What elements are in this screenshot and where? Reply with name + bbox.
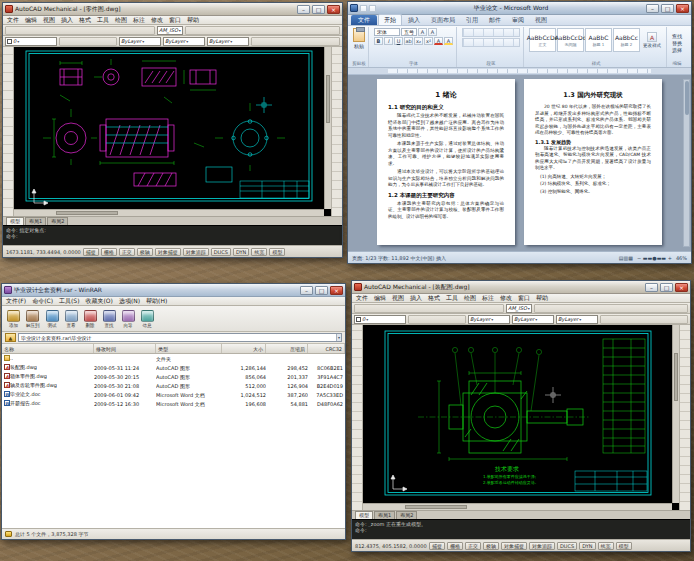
scrollbar-thumb[interactable]: [685, 81, 689, 115]
column-packed[interactable]: 压缩后: [266, 344, 308, 353]
status-toggle[interactable]: DYN: [579, 542, 595, 550]
draw-toolbar[interactable]: [3, 47, 14, 216]
save-icon[interactable]: [360, 5, 367, 12]
cad2-standard-toolbar[interactable]: AM_ISO▾: [352, 303, 690, 314]
tab-layout1[interactable]: 布局1: [25, 217, 46, 225]
toolbar-button[interactable]: 查看: [65, 310, 78, 328]
column-name[interactable]: 名称: [2, 344, 94, 353]
tab-model[interactable]: 模型: [355, 511, 373, 519]
layer-combo[interactable]: 0▾: [354, 315, 406, 324]
word-window[interactable]: 毕业论文 - Microsoft Word – □ × 文件开始插入页面布局引用…: [347, 1, 692, 264]
menu-item[interactable]: 插入: [61, 16, 73, 25]
close-button[interactable]: ×: [327, 5, 340, 14]
status-toggle[interactable]: 捕捉: [83, 248, 99, 256]
menu-item[interactable]: 帮助: [187, 16, 199, 25]
status-toggle[interactable]: 正交: [119, 248, 135, 256]
horizontal-scrollbar[interactable]: [14, 209, 324, 216]
maximize-button[interactable]: □: [660, 283, 673, 292]
paragraph-icons-row2[interactable]: [462, 38, 520, 47]
bold-button[interactable]: B: [374, 37, 383, 45]
toolbar-button[interactable]: 信息: [141, 310, 154, 328]
status-toggle[interactable]: 栅格: [101, 248, 117, 256]
winrar-titlebar[interactable]: 毕业设计全套资料.rar - WinRAR – □ ×: [2, 284, 345, 297]
page-2[interactable]: 1.3 国内外研究现状 20 世纪 80 年代以来，国外在该领域的研究取得了长足…: [524, 79, 662, 245]
layer-combo[interactable]: 0▾: [5, 37, 57, 46]
cad-window-bottom[interactable]: AutoCAD Mechanical - [装配图.dwg] – □ × 文件编…: [351, 280, 691, 552]
column-crc[interactable]: CRC32: [308, 344, 345, 353]
cad1-properties-toolbar[interactable]: 0▾ ByLayer▾ ByLayer▾ ByLayer▾: [3, 36, 342, 47]
status-toggle[interactable]: 模型: [616, 542, 632, 550]
cad2-drawing-canvas[interactable]: 技术要求 1.装配前所有零件应清洗干净; 2.装配后各运动件转动应灵活。: [363, 325, 679, 510]
minimize-button[interactable]: –: [645, 283, 658, 292]
ribbon-tab[interactable]: 邮件: [484, 15, 506, 25]
modify-toolbar[interactable]: [679, 325, 690, 510]
status-toggle[interactable]: 栅格: [447, 542, 463, 550]
up-folder-button[interactable]: ▲: [5, 333, 16, 342]
draw-toolbar[interactable]: [352, 325, 363, 510]
tab-layout1[interactable]: 布局1: [374, 511, 395, 519]
file-row[interactable]: .. 文件夹: [2, 354, 345, 363]
lineweight-combo[interactable]: ByLayer▾: [207, 37, 249, 46]
menu-item[interactable]: 工具(S): [59, 297, 80, 306]
status-toggle[interactable]: 捕捉: [429, 542, 445, 550]
ribbon-tab[interactable]: 引用: [461, 15, 483, 25]
style-cell[interactable]: AaBbCc 标题 2: [613, 28, 640, 52]
menu-item[interactable]: 文件: [356, 294, 368, 303]
menu-item[interactable]: 修改: [151, 16, 163, 25]
toolbar-icons[interactable]: [600, 315, 688, 324]
menu-item[interactable]: 窗口: [169, 16, 181, 25]
status-toggle[interactable]: 极轴: [137, 248, 153, 256]
column-date[interactable]: 修改时间: [94, 344, 156, 353]
menu-item[interactable]: 文件: [7, 16, 19, 25]
tab-layout2[interactable]: 布局2: [47, 217, 68, 225]
close-button[interactable]: ×: [675, 283, 688, 292]
editing-command[interactable]: 选择: [672, 47, 682, 53]
maximize-button[interactable]: □: [312, 5, 325, 14]
cad-window-top[interactable]: AutoCAD Mechanical - [零件图.dwg] – □ × 文件编…: [2, 2, 343, 258]
minimize-button[interactable]: –: [646, 4, 659, 13]
menu-item[interactable]: 格式: [79, 16, 91, 25]
toolbar-icons[interactable]: [251, 37, 340, 46]
cad1-drawing-canvas[interactable]: [14, 47, 331, 216]
ribbon-tab[interactable]: 插入: [403, 15, 425, 25]
toolbar-icons[interactable]: [534, 304, 688, 313]
maximize-button[interactable]: □: [315, 286, 328, 295]
menu-item[interactable]: 修改: [500, 294, 512, 303]
toolbar-button[interactable]: 删除: [84, 310, 97, 328]
file-row[interactable]: 开题报告.doc 2009-05-12 16:30 Microsoft Word…: [2, 399, 345, 408]
menu-item[interactable]: 格式: [428, 294, 440, 303]
minimize-button[interactable]: –: [300, 286, 313, 295]
close-button[interactable]: ×: [676, 4, 689, 13]
editing-command[interactable]: 替换: [672, 40, 682, 46]
style-cell[interactable]: AaBbCcDd 无间隔: [557, 28, 584, 52]
menu-item[interactable]: 窗口: [518, 294, 530, 303]
font-name-combo[interactable]: 宋体: [374, 28, 400, 36]
menu-item[interactable]: 帮助(H): [146, 297, 167, 306]
paste-button[interactable]: 粘贴: [353, 28, 365, 49]
toolbar-icons[interactable]: [354, 304, 504, 313]
status-toggle[interactable]: 线宽: [251, 248, 267, 256]
menu-item[interactable]: 命令(C): [32, 297, 53, 306]
menu-item[interactable]: 帮助: [536, 294, 548, 303]
undo-icon[interactable]: [369, 5, 376, 12]
toolbar-button[interactable]: 向导: [122, 310, 135, 328]
cad1-command-line[interactable]: 命令: 指定对角点: 命令:: [3, 225, 342, 245]
linetype-combo[interactable]: ByLayer▾: [512, 315, 554, 324]
cad2-titlebar[interactable]: AutoCAD Mechanical - [装配图.dwg] – □ ×: [352, 281, 690, 294]
modify-toolbar[interactable]: [331, 47, 342, 216]
status-toggle[interactable]: DUCS: [557, 542, 577, 550]
style-combo[interactable]: AM_ISO▾: [506, 304, 532, 313]
italic-button[interactable]: I: [384, 37, 393, 45]
file-list[interactable]: .. 文件夹 装配图.dwg 2009-05-31 11:24 AutoCAD …: [2, 354, 345, 528]
file-row[interactable]: 装配图.dwg 2009-05-31 11:24 AutoCAD 图形 1,28…: [2, 363, 345, 372]
status-toggle[interactable]: 极轴: [483, 542, 499, 550]
menu-item[interactable]: 编辑: [374, 294, 386, 303]
ribbon-tab[interactable]: 开始: [378, 14, 402, 25]
editing-command[interactable]: 查找: [672, 33, 682, 39]
menu-item[interactable]: 标注: [133, 16, 145, 25]
ribbon-tab[interactable]: 页面布局: [426, 15, 460, 25]
highlight-button[interactable]: A: [444, 37, 453, 45]
ribbon-tab[interactable]: 视图: [530, 15, 552, 25]
toolbar-icons[interactable]: [185, 26, 340, 35]
menu-item[interactable]: 视图: [392, 294, 404, 303]
